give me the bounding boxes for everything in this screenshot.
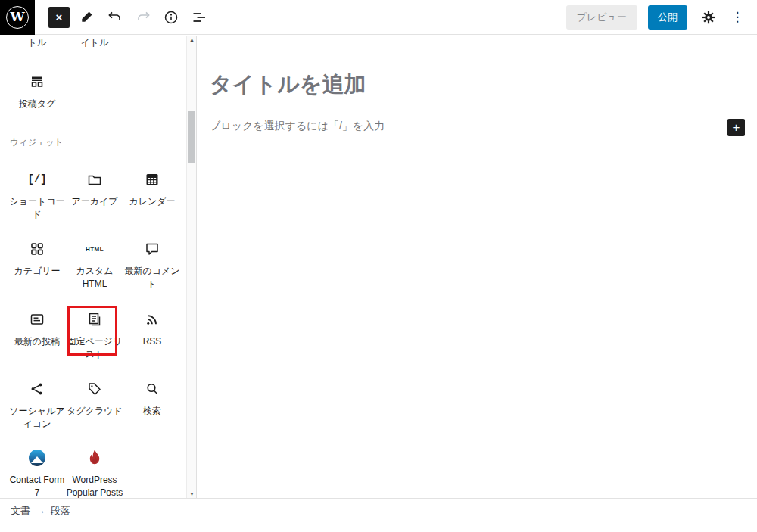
wordpress-logo-glyph: W: [10, 11, 24, 23]
editor-header: W ×: [0, 0, 757, 35]
block-item-post-tags[interactable]: 投稿タグ: [8, 72, 66, 110]
plus-icon: +: [733, 121, 740, 134]
latest-comments-icon: [143, 240, 161, 258]
block-item-custom-html[interactable]: HTML カスタム HTML: [66, 239, 123, 291]
page-list-icon: [86, 310, 104, 328]
breadcrumb-separator-icon: →: [36, 505, 45, 516]
block-item-page-list[interactable]: 固定ページリスト: [66, 310, 123, 361]
settings-button[interactable]: [698, 7, 719, 28]
scroll-up-arrow[interactable]: ▲: [187, 37, 197, 42]
block-item-label: RSS: [143, 335, 162, 348]
block-item-search[interactable]: 検索: [123, 379, 181, 431]
scrollbar-thumb[interactable]: [188, 111, 195, 163]
wp-popular-posts-icon: [86, 448, 104, 468]
block-item-latest-comments[interactable]: 最新のコメント: [123, 239, 181, 291]
categories-icon: [28, 240, 46, 258]
block-item-label: 検索: [143, 405, 161, 418]
scroll-down-arrow[interactable]: ▼: [187, 491, 197, 496]
options-menu-button[interactable]: ⋮: [730, 11, 745, 23]
gear-icon: [700, 9, 717, 26]
block-inserter-toggle-button[interactable]: ×: [48, 7, 70, 28]
block-item-label: 最新の投稿: [14, 335, 60, 348]
block-item-latest-posts[interactable]: 最新の投稿: [8, 310, 66, 361]
clipped-block-label: —: [123, 36, 181, 47]
block-item-label: Contact Form 7: [8, 474, 66, 498]
widgets-section-label: ウィジェット: [10, 137, 64, 148]
widget-row: Contact Form 7 WordPress Popular Posts: [8, 448, 181, 498]
breadcrumb-document[interactable]: 文書: [11, 505, 30, 516]
social-icons-icon: [28, 380, 46, 398]
add-block-button[interactable]: +: [727, 119, 745, 136]
pencil-icon: [78, 8, 96, 26]
block-item-label: カレンダー: [129, 195, 175, 208]
tag-cloud-icon: [86, 380, 104, 398]
status-bar: 文書→段落: [0, 498, 757, 532]
block-item-social-icons[interactable]: ソーシャルアイコン: [8, 379, 66, 431]
block-item-tag-cloud[interactable]: タグクラウド: [66, 379, 123, 431]
block-item-label: アーカイブ: [71, 195, 117, 208]
block-item-label: タグクラウド: [67, 405, 123, 418]
close-icon: ×: [56, 11, 63, 23]
block-item-label: ショートコード: [8, 195, 66, 221]
tools-button[interactable]: [76, 7, 98, 28]
block-item-archive[interactable]: アーカイブ: [66, 170, 123, 221]
widget-row: カテゴリー HTML カスタム HTML 最新のコメント: [8, 239, 181, 291]
block-item-rss[interactable]: RSS: [123, 310, 181, 361]
search-icon: [143, 380, 161, 398]
redo-icon: [134, 8, 152, 26]
clipped-block-label: イトル: [66, 36, 123, 49]
shortcode-icon: [/]: [27, 173, 46, 185]
publish-button[interactable]: 公開: [648, 5, 687, 30]
header-actions: プレビュー 公開: [566, 5, 757, 30]
editor-toolbar: ×: [48, 7, 210, 28]
block-item-categories[interactable]: カテゴリー: [8, 239, 66, 291]
block-item-label: 投稿タグ: [19, 98, 56, 110]
widget-row: [/] ショートコード アーカイブ: [8, 170, 181, 221]
block-inserter-panel: トル イトル — 投稿タグ ウィジェット [/] ショートコード: [0, 36, 197, 498]
post-tags-icon: [28, 73, 46, 91]
block-item-contact-form-7[interactable]: Contact Form 7: [8, 448, 66, 498]
widget-row: ソーシャルアイコン タグクラウド 検索: [8, 379, 181, 431]
sidebar-scrollbar[interactable]: ▲ ▼: [186, 36, 196, 498]
archive-icon: [86, 170, 104, 188]
details-button[interactable]: [160, 7, 182, 28]
undo-button[interactable]: [104, 7, 126, 28]
list-view-button[interactable]: [188, 7, 210, 28]
post-title-input[interactable]: タイトルを追加: [210, 70, 366, 100]
wordpress-logo[interactable]: W: [0, 0, 35, 35]
block-item-label: カテゴリー: [14, 265, 60, 278]
list-view-icon: [190, 8, 208, 26]
breadcrumb-current-block[interactable]: 段落: [51, 505, 70, 516]
editor-canvas[interactable]: タイトルを追加 ブロックを選択するには「/」を入力 +: [198, 36, 757, 498]
widget-row: 最新の投稿 固定ページリスト: [8, 310, 181, 361]
redo-button[interactable]: [132, 7, 154, 28]
info-icon: [162, 8, 180, 26]
block-item-label: カスタム HTML: [66, 265, 123, 291]
custom-html-icon: HTML: [86, 246, 104, 253]
block-item-label: ソーシャルアイコン: [8, 405, 66, 431]
block-item-wp-popular-posts[interactable]: WordPress Popular Posts: [66, 448, 123, 498]
contact-form-7-icon: [29, 450, 45, 466]
rss-icon: [143, 310, 161, 328]
undo-icon: [106, 8, 124, 26]
clipped-block-label: トル: [8, 36, 66, 49]
block-item-label: 固定ページリスト: [66, 335, 123, 361]
block-item-label: WordPress Popular Posts: [66, 474, 123, 498]
block-item-shortcode[interactable]: [/] ショートコード: [8, 170, 66, 221]
calendar-icon: [143, 170, 161, 188]
preview-button[interactable]: プレビュー: [566, 5, 637, 30]
wordpress-editor-window: W ×: [0, 0, 757, 532]
wordpress-logo-ring: W: [6, 6, 29, 29]
latest-posts-icon: [28, 310, 46, 328]
block-item-label: 最新のコメント: [123, 265, 181, 291]
paragraph-block-placeholder[interactable]: ブロックを選択するには「/」を入力: [210, 120, 385, 133]
block-item-calendar[interactable]: カレンダー: [123, 170, 181, 221]
